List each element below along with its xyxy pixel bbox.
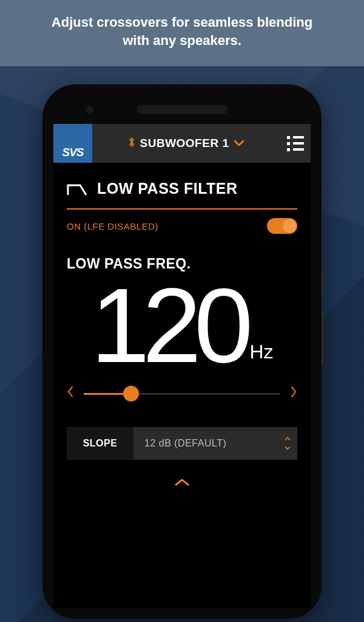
bluetooth-icon [128, 137, 135, 150]
filter-toggle-label: ON (LFE DISABLED) [67, 221, 158, 231]
section-title: LOW PASS FILTER [97, 180, 238, 197]
slope-value: 12 dB (DEFAULT) [144, 438, 226, 449]
chevron-up-icon[interactable] [284, 436, 291, 443]
chevron-down-icon[interactable] [284, 445, 291, 452]
menu-list-icon[interactable] [280, 136, 311, 151]
slider-thumb[interactable] [123, 386, 139, 402]
phone-side-button [322, 267, 324, 297]
frequency-value: 120 [90, 272, 246, 378]
app-screen: SVS SUBWOOFER 1 [53, 124, 311, 608]
expand-panel-button[interactable] [67, 460, 297, 495]
slider-decrease-button[interactable] [67, 386, 74, 402]
slope-stepper[interactable] [284, 436, 291, 452]
brand-logo[interactable]: SVS [53, 124, 92, 163]
section-header: LOW PASS FILTER [67, 180, 297, 197]
frequency-display: 120 Hz [67, 272, 297, 378]
slider-increase-button[interactable] [290, 386, 297, 402]
filter-toggle-row: ON (LFE DISABLED) [67, 218, 297, 234]
app-header: SVS SUBWOOFER 1 [53, 124, 311, 163]
phone-camera-dot [85, 105, 94, 114]
promo-banner-text: Adjust crossovers for seamless blending … [52, 15, 312, 48]
frequency-slider-row [67, 386, 297, 402]
phone-frame: SVS SUBWOOFER 1 [42, 84, 322, 619]
phone-side-button [322, 309, 324, 364]
promo-banner: Adjust crossovers for seamless blending … [0, 0, 364, 66]
low-pass-icon [67, 182, 89, 196]
brand-logo-text: SVS [62, 146, 83, 159]
phone-stage: SVS SUBWOOFER 1 [0, 66, 364, 619]
slope-row: SLOPE 12 dB (DEFAULT) [67, 427, 297, 460]
device-selector-label: SUBWOOFER 1 [140, 137, 229, 150]
device-selector[interactable]: SUBWOOFER 1 [92, 137, 280, 150]
filter-toggle[interactable] [267, 218, 297, 234]
slope-select[interactable]: 12 dB (DEFAULT) [133, 427, 297, 460]
divider [67, 208, 297, 210]
screen-content: LOW PASS FILTER ON (LFE DISABLED) LOW PA… [53, 163, 311, 608]
slope-label: SLOPE [67, 427, 133, 460]
phone-earpiece [136, 105, 228, 114]
frequency-unit: Hz [249, 341, 273, 363]
chevron-down-icon [234, 137, 244, 150]
frequency-slider[interactable] [84, 393, 280, 395]
